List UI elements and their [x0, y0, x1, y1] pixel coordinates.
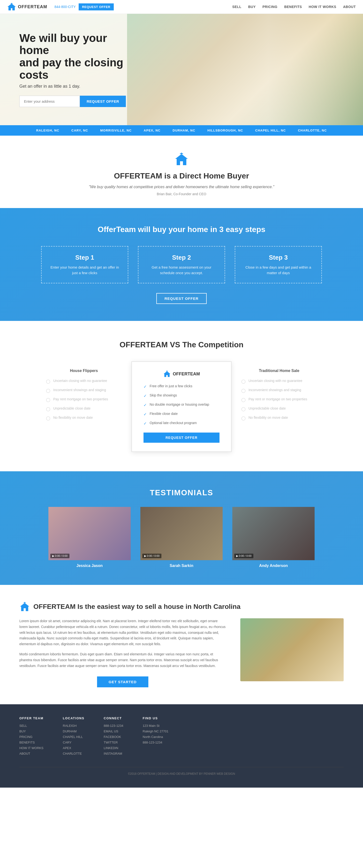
comp-center-logo: OFFERTEAM: [143, 371, 219, 377]
ot-item-2: ✓ Skip the showings: [143, 393, 219, 398]
testimonial-1-thumb[interactable]: ▶ 0:00 / 0:00: [48, 507, 131, 560]
ot-good-icon-5: ✓: [143, 421, 147, 426]
testimonial-3-thumb[interactable]: ▶ 0:00 / 0:00: [232, 507, 315, 560]
easiest-text: Lorem ipsum dolor sit amet, consectetur …: [19, 618, 226, 687]
footer-locations-heading: LOCATIONS: [63, 716, 85, 720]
nav-how-it-works[interactable]: HOW IT WORKS: [309, 5, 336, 9]
nav-benefits[interactable]: BENEFITS: [284, 5, 302, 9]
footer-buy[interactable]: BUY: [19, 730, 43, 733]
footer-sell[interactable]: SELL: [19, 724, 43, 727]
play-btn-1[interactable]: ▶ 0:00 / 0:00: [50, 554, 69, 558]
comp-logo-icon: [163, 371, 171, 377]
hf-item-3: ◯ Pay rent mortgage on two properties: [46, 397, 122, 402]
testimonials-grid: ▶ 0:00 / 0:00 Jessica Jason ▶ 0:00 / 0:0…: [14, 507, 349, 568]
comparison-section: OFFERTEAM VS The Competition House Flipp…: [0, 321, 363, 471]
hero-request-offer-button[interactable]: REQUEST OFFER: [80, 96, 126, 107]
direct-buyer-quote: "We buy quality homes at competitive pri…: [10, 185, 353, 189]
location-cary[interactable]: CARY, NC: [71, 129, 88, 132]
location-durham[interactable]: DURHAM, NC: [172, 129, 195, 132]
footer-findus-heading: FIND US: [143, 716, 168, 720]
play-btn-2[interactable]: ▶ 0:00 / 0:00: [142, 554, 161, 558]
footer-about[interactable]: ABOUT: [19, 752, 43, 755]
testimonial-2-name: Sarah Sarkin: [140, 564, 223, 568]
trad-item-2: ◯ Inconvenient showings and staging: [241, 388, 317, 393]
address-input[interactable]: [19, 96, 80, 107]
steps-request-offer-button[interactable]: REQUEST OFFER: [156, 293, 207, 304]
steps-title: OfferTeam will buy your home in 3 easy s…: [14, 225, 349, 234]
trad-bad-icon-2: ◯: [241, 388, 245, 393]
direct-buyer-heading: OFFERTEAM is a Direct Home Buyer: [10, 172, 353, 180]
ot-good-icon-2: ✓: [143, 394, 147, 398]
footer-facebook[interactable]: FACEBOOK: [104, 735, 124, 739]
step-1-desc: Enter your home details and get an offer…: [48, 265, 121, 276]
location-hillsborough[interactable]: HILLSBOROUGH, NC: [207, 129, 243, 132]
footer-pricing[interactable]: PRICING: [19, 735, 43, 739]
footer-connect-heading: CONNECT: [104, 716, 124, 720]
logo-house-icon: [7, 2, 16, 11]
nav-pricing[interactable]: PRICING: [263, 5, 277, 9]
easiest-logo-icon: [19, 602, 30, 612]
testimonial-2-thumb[interactable]: ▶ 0:00 / 0:00: [140, 507, 223, 560]
offerteam-col: OFFERTEAM ✓ Free offer in just a few cli…: [131, 361, 231, 452]
play-btn-3[interactable]: ▶ 0:00 / 0:00: [234, 554, 253, 558]
trad-bad-icon-4: ◯: [241, 407, 245, 411]
location-raleigh[interactable]: RALEIGH, NC: [36, 129, 60, 132]
trad-bad-icon-1: ◯: [241, 379, 245, 383]
navigation: OFFERTEAM 844-800-CITY REQUEST OFFER SEL…: [0, 0, 363, 14]
ot-item-5: ✓ Optional late checkout program: [143, 421, 219, 426]
step-2-desc: Get a free home assessment on your sched…: [145, 265, 218, 276]
nav-sell[interactable]: SELL: [232, 5, 241, 9]
step-1-card: Step 1 Enter your home details and get a…: [41, 246, 128, 283]
comp-request-offer-button[interactable]: REQUEST OFFER: [143, 433, 219, 443]
hero-subtitle: Get an offer in as little as 1 day.: [19, 84, 126, 89]
location-chapel-hill[interactable]: CHAPEL HILL, NC: [255, 129, 286, 132]
footer-col-offerteam: OFFER TEAM SELL BUY PRICING BENEFITS HOW…: [19, 716, 43, 757]
traditional-col: Traditional Home Sale ◯ Uncertain closin…: [232, 361, 327, 452]
footer-chapel-hill[interactable]: CHAPEL HILL: [63, 735, 85, 739]
location-charlotte[interactable]: CHARLOTTE, NC: [298, 129, 327, 132]
direct-buyer-author: Brian Bair, Co-Founder and CEO: [10, 192, 353, 196]
comparison-title: OFFERTEAM VS The Competition: [14, 340, 349, 349]
footer-charlotte[interactable]: CHARLOTTE: [63, 752, 85, 755]
footer-col-connect: CONNECT 888-123-1234 EMAIL US FACEBOOK T…: [104, 716, 124, 757]
footer-linkedin[interactable]: LINKEDIN: [104, 746, 124, 750]
location-morrisville[interactable]: MORRISVILLE, NC: [100, 129, 132, 132]
easiest-section: OFFERTEAM Is the easiest way to sell a h…: [0, 585, 363, 704]
easiest-heading: OFFERTEAM Is the easiest way to sell a h…: [33, 603, 240, 611]
step-3-num: Step 3: [242, 254, 315, 261]
hf-item-2: ◯ Inconvenient showings and staging: [46, 388, 122, 393]
trad-item-3: ◯ Pay rent or mortgage on two properties: [241, 397, 317, 402]
footer-instagram[interactable]: INSTAGRAM: [104, 752, 124, 755]
footer-state: North Carolina: [143, 735, 168, 739]
footer-how-it-works[interactable]: HOW IT WORKS: [19, 746, 43, 750]
nav-phone[interactable]: 844-800-CITY: [55, 5, 76, 9]
footer-apex[interactable]: APEX: [63, 746, 85, 750]
footer-phone[interactable]: 888-123-1234: [104, 724, 124, 727]
direct-buyer-section: OFFERTEAM is a Direct Home Buyer "We buy…: [0, 135, 363, 208]
hero-content: We will buy your home and pay the closin…: [0, 32, 145, 107]
copyright: ©2018 OFFERTEAM | DESIGN AND DEVELOPMENT…: [128, 772, 235, 775]
nav-links: SELL BUY PRICING BENEFITS HOW IT WORKS A…: [232, 5, 356, 9]
footer-cary[interactable]: CARY: [63, 741, 85, 744]
hf-item-1: ◯ Uncertain closing with no guarantee: [46, 379, 122, 383]
logo[interactable]: OFFERTEAM: [7, 2, 47, 11]
nav-about[interactable]: ABOUT: [343, 5, 356, 9]
footer-offerteam-heading: OFFER TEAM: [19, 716, 43, 720]
hf-item-4: ◯ Unpredictable close date: [46, 406, 122, 411]
footer-twitter[interactable]: TWITTER: [104, 741, 124, 744]
footer: OFFER TEAM SELL BUY PRICING BENEFITS HOW…: [0, 704, 363, 787]
get-started-button[interactable]: GET STARTED: [97, 676, 148, 687]
step-3-card: Step 3 Close in a few days and get paid …: [235, 246, 322, 283]
footer-raleigh[interactable]: RALEIGH: [63, 724, 85, 727]
house-flippers-title: House Flippers: [46, 369, 122, 373]
footer-findus-phone: 888-123-1234: [143, 741, 168, 744]
nav-request-offer-button[interactable]: REQUEST OFFER: [79, 3, 114, 10]
footer-email[interactable]: EMAIL US: [104, 730, 124, 733]
footer-durham[interactable]: DURHAM: [63, 730, 85, 733]
footer-benefits[interactable]: BENEFITS: [19, 741, 43, 744]
nav-buy[interactable]: BUY: [248, 5, 256, 9]
step-2-num: Step 2: [145, 254, 218, 261]
easiest-content: Lorem ipsum dolor sit amet, consectetur …: [19, 618, 344, 687]
trad-item-5: ◯ No flexibility on move date: [241, 415, 317, 421]
location-apex[interactable]: APEX, NC: [144, 129, 160, 132]
